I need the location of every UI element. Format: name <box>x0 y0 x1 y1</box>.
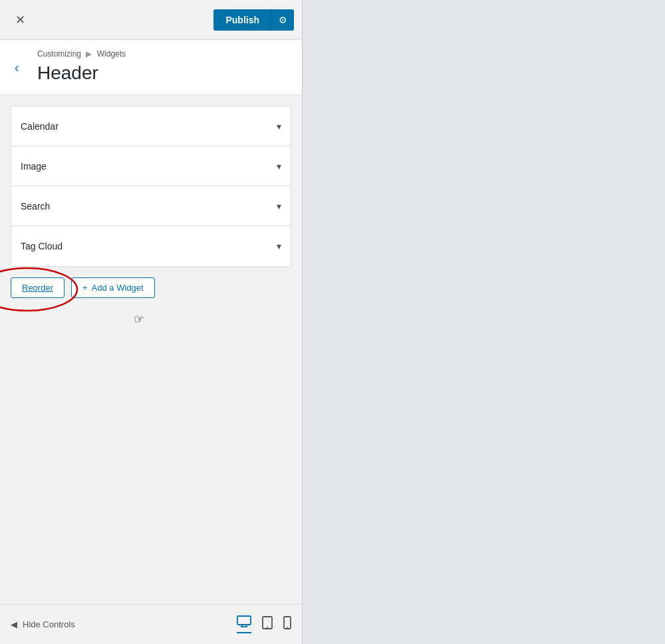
chevron-down-icon-search: ▾ <box>277 201 281 212</box>
device-icons-area <box>237 615 291 633</box>
widget-label-image: Image <box>21 161 47 172</box>
hide-controls-button[interactable]: ◀ Hide Controls <box>11 619 75 629</box>
back-button[interactable]: ‹ <box>0 40 33 94</box>
breadcrumb-area: ‹ Customizing ▶ Widgets Header <box>0 40 302 95</box>
svg-rect-1 <box>237 616 251 625</box>
widget-label-tagcloud: Tag Cloud <box>21 241 63 251</box>
widget-item-tagcloud[interactable]: Tag Cloud ▾ <box>11 226 291 266</box>
breadcrumb-part1: Customizing <box>37 49 81 59</box>
close-button[interactable]: ✕ <box>0 0 40 40</box>
widget-item-search[interactable]: Search ▾ <box>11 186 291 226</box>
chevron-down-icon-image: ▾ <box>277 161 281 172</box>
widget-label-calendar: Calendar <box>21 121 59 132</box>
plus-icon: + <box>82 283 88 293</box>
reorder-button[interactable]: Reorder <box>11 277 65 298</box>
cursor-hand-icon: ☞ <box>134 312 144 327</box>
widget-item-image[interactable]: Image ▾ <box>11 146 291 186</box>
breadcrumb-part2: Widgets <box>97 49 126 59</box>
publish-button[interactable]: Publish <box>213 9 271 31</box>
chevron-down-icon-tagcloud: ▾ <box>277 241 281 251</box>
widgets-list: Calendar ▾ Image ▾ Search ▾ Tag Cloud ▾ <box>11 106 291 267</box>
settings-button[interactable]: ⚙ <box>271 9 294 31</box>
action-buttons-area: Reorder ☞ + Add a Widget <box>0 267 302 309</box>
preview-area <box>303 0 665 644</box>
widget-label-search: Search <box>21 201 50 212</box>
svg-point-6 <box>267 627 268 628</box>
bottom-bar: ◀ Hide Controls <box>0 604 302 644</box>
mobile-view-icon[interactable] <box>283 616 291 633</box>
add-widget-label: Add a Widget <box>92 283 144 293</box>
breadcrumb: Customizing ▶ Widgets <box>37 49 291 59</box>
svg-point-8 <box>287 627 288 628</box>
left-arrow-icon: ◀ <box>11 619 17 629</box>
desktop-view-icon[interactable] <box>237 615 251 633</box>
breadcrumb-separator: ▶ <box>86 49 94 59</box>
chevron-down-icon-calendar: ▾ <box>277 121 281 132</box>
hide-controls-label: Hide Controls <box>23 619 75 629</box>
publish-area: Publish ⚙ <box>213 9 294 31</box>
widget-item-calendar[interactable]: Calendar ▾ <box>11 106 291 146</box>
add-widget-button[interactable]: + Add a Widget <box>71 277 155 298</box>
page-title: Header <box>37 63 291 84</box>
tablet-view-icon[interactable] <box>262 616 273 633</box>
